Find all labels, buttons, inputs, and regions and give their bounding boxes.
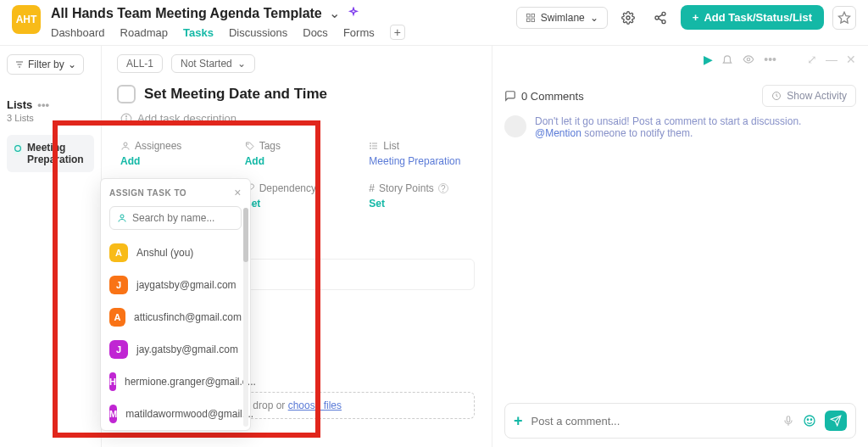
assignee-search-input[interactable] <box>132 212 234 224</box>
assignee-option[interactable]: Aatticusfinch@gmail.com <box>101 301 250 333</box>
avatar <box>504 115 526 137</box>
plus-icon: + <box>693 11 699 24</box>
task-complete-checkbox[interactable] <box>117 85 136 103</box>
assignee-option-label: matildawormwood@gmail.... <box>125 408 253 420</box>
more-icon[interactable]: ••• <box>37 98 49 111</box>
comment-composer[interactable]: + <box>504 403 856 439</box>
view-switch[interactable]: Swimlane ⌄ <box>516 7 608 29</box>
assignee-option[interactable]: AAnshul (you) <box>101 237 250 269</box>
svg-point-16 <box>124 142 127 146</box>
gear-icon[interactable] <box>616 6 640 30</box>
svg-rect-1 <box>531 14 535 17</box>
filter-icon <box>14 59 25 70</box>
view-switch-label: Swimlane <box>541 12 585 24</box>
tab-forms[interactable]: Forms <box>343 26 375 39</box>
assignees-add-button[interactable]: Add <box>120 155 240 167</box>
assignee-option[interactable]: Jjay.gatsby@gmail.com <box>101 333 250 366</box>
task-description-placeholder: Add task description <box>137 112 236 125</box>
svg-point-6 <box>655 16 659 20</box>
minimize-icon[interactable]: — <box>826 53 837 66</box>
comment-hint-line1: Don't let it go unsaid! Post a comment t… <box>535 115 801 127</box>
svg-point-4 <box>626 16 630 20</box>
assignee-option[interactable]: Hhermione.granger@gmail.c... <box>101 366 250 398</box>
tab-roadmap[interactable]: Roadmap <box>120 26 168 39</box>
scrollbar-thumb[interactable] <box>243 208 248 262</box>
field-list-value[interactable]: Meeting Preparation <box>369 155 488 167</box>
assignee-search[interactable] <box>109 206 242 230</box>
close-icon[interactable]: × <box>234 186 242 199</box>
topbar: AHT All Hands Team Meeting Agenda Templa… <box>0 0 868 46</box>
info-icon[interactable]: ? <box>438 183 448 193</box>
svg-point-15 <box>125 115 126 116</box>
sparkle-icon[interactable] <box>347 7 360 20</box>
svg-point-31 <box>120 215 124 218</box>
assignee-option-label: atticusfinch@gmail.com <box>134 311 242 323</box>
list-card-meeting-preparation[interactable]: Meeting Preparation <box>7 135 94 172</box>
svg-rect-26 <box>787 416 790 422</box>
field-tags-label: Tags <box>259 140 281 152</box>
filter-label: Filter by <box>28 59 64 70</box>
svg-point-21 <box>370 143 371 144</box>
comments-count: 0 Comments <box>521 90 584 103</box>
mic-icon[interactable] <box>782 415 794 427</box>
play-icon[interactable]: ▶ <box>704 53 713 66</box>
chevron-down-icon: ⌄ <box>237 58 246 70</box>
svg-point-29 <box>807 419 808 420</box>
emoji-icon[interactable] <box>803 414 816 427</box>
expand-icon[interactable]: ⤢ <box>807 53 817 66</box>
tab-dashboard[interactable]: Dashboard <box>51 26 105 39</box>
assignee-option-label: Anshul (you) <box>136 247 193 259</box>
info-icon <box>120 113 132 125</box>
doc-title[interactable]: All Hands Team Meeting Agenda Template <box>51 6 322 21</box>
tag-icon <box>245 141 255 151</box>
field-tags: Tags Add <box>245 140 364 167</box>
assignee-option[interactable]: Mmatildawormwood@gmail.... <box>101 398 250 430</box>
field-assignees-label: Assignees <box>135 140 181 152</box>
task-description-input[interactable]: Add task description <box>110 112 492 125</box>
dependency-set-button[interactable]: Set <box>245 198 364 210</box>
add-task-button[interactable]: + Add Task/Status/List <box>681 5 824 30</box>
svg-point-22 <box>370 146 371 147</box>
svg-point-17 <box>248 144 248 145</box>
tags-add-button[interactable]: Add <box>245 155 364 167</box>
chevron-down-icon[interactable]: ⌄ <box>329 5 340 21</box>
send-button[interactable] <box>825 411 847 431</box>
choose-files-link[interactable]: choose files <box>288 400 342 411</box>
story-points-set-button[interactable]: Set <box>369 198 488 210</box>
workspace-badge[interactable]: AHT <box>12 5 41 34</box>
tab-tasks[interactable]: Tasks <box>183 26 214 39</box>
mention-link[interactable]: @Mention <box>535 127 581 139</box>
nav-tabs: Dashboard Roadmap Tasks Discussions Docs… <box>51 25 405 40</box>
filter-button[interactable]: Filter by ⌄ <box>7 54 84 75</box>
share-icon[interactable] <box>648 6 672 30</box>
panel-actions: ▶ ••• ⤢ — ✕ <box>704 53 856 66</box>
comment-input[interactable] <box>531 415 774 427</box>
bell-icon[interactable] <box>721 53 733 65</box>
avatar: J <box>109 340 128 359</box>
tab-docs[interactable]: Docs <box>303 26 328 39</box>
svg-marker-8 <box>838 12 849 23</box>
topbar-right: Swimlane ⌄ + Add Task/Status/List <box>516 5 856 30</box>
chip-all[interactable]: ALL-1 <box>117 54 163 73</box>
popover-scrollbar[interactable] <box>243 208 248 427</box>
task-title[interactable]: Set Meeting Date and Time <box>144 86 327 103</box>
add-tab-button[interactable]: + <box>390 25 405 40</box>
tab-discussions[interactable]: Discussions <box>229 26 287 39</box>
svg-rect-0 <box>526 14 530 17</box>
eye-icon[interactable] <box>742 53 755 65</box>
field-list: List Meeting Preparation <box>369 140 488 167</box>
assignee-option[interactable]: Jjaygatsby@gmail.com <box>101 269 250 301</box>
svg-rect-2 <box>526 19 530 22</box>
show-activity-button[interactable]: Show Activity <box>762 85 856 107</box>
field-assignees: Assignees Add <box>120 140 240 167</box>
assignee-option-label: jay.gatsby@gmail.com <box>136 344 238 355</box>
svg-point-28 <box>804 416 815 426</box>
plus-icon[interactable]: + <box>514 412 523 430</box>
chip-status[interactable]: Not Started ⌄ <box>171 54 255 73</box>
left-column: Filter by ⌄ Lists ••• 3 Lists Meeting Pr… <box>0 46 102 447</box>
avatar: M <box>109 405 117 423</box>
close-icon[interactable]: ✕ <box>846 53 856 66</box>
star-button[interactable] <box>832 6 856 30</box>
svg-point-7 <box>662 20 665 23</box>
more-icon[interactable]: ••• <box>764 53 776 66</box>
